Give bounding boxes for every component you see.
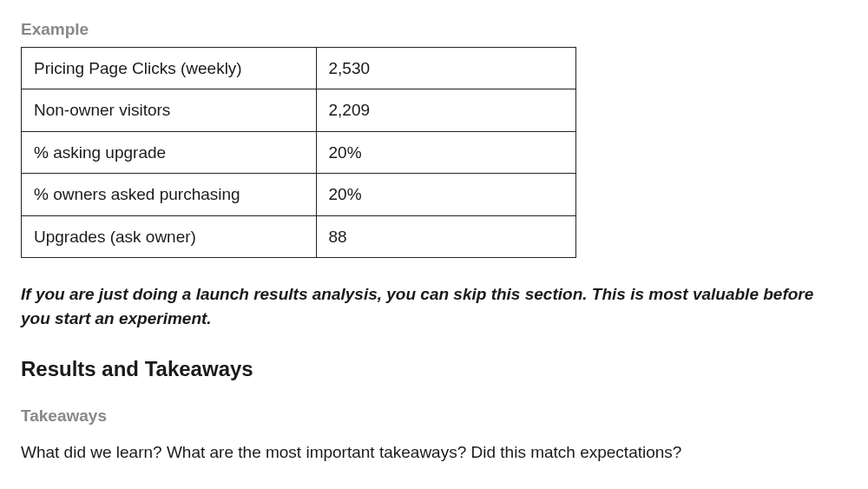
value-cell: 88: [316, 215, 576, 258]
table-row: % owners asked purchasing 20%: [22, 174, 576, 216]
table-row: Pricing Page Clicks (weekly) 2,530: [22, 47, 576, 89]
value-cell: 2,209: [316, 89, 576, 132]
metric-cell: Upgrades (ask owner): [22, 215, 317, 258]
example-label: Example: [21, 17, 847, 42]
value-cell: 2,530: [316, 47, 576, 89]
results-heading: Results and Takeaways: [21, 354, 847, 385]
table-row: Upgrades (ask owner) 88: [22, 215, 576, 258]
metric-cell: Pricing Page Clicks (weekly): [22, 47, 317, 89]
table-row: Non-owner visitors 2,209: [22, 89, 576, 132]
value-cell: 20%: [316, 174, 576, 216]
takeaways-label: Takeaways: [21, 404, 847, 428]
metric-cell: % asking upgrade: [22, 131, 317, 174]
takeaways-body: What did we learn? What are the most imp…: [21, 440, 847, 465]
example-table: Pricing Page Clicks (weekly) 2,530 Non-o…: [21, 47, 576, 259]
skip-note: If you are just doing a launch results a…: [21, 282, 847, 330]
metric-cell: % owners asked purchasing: [22, 174, 317, 216]
table-row: % asking upgrade 20%: [22, 131, 576, 174]
metric-cell: Non-owner visitors: [22, 89, 317, 132]
value-cell: 20%: [316, 131, 576, 174]
